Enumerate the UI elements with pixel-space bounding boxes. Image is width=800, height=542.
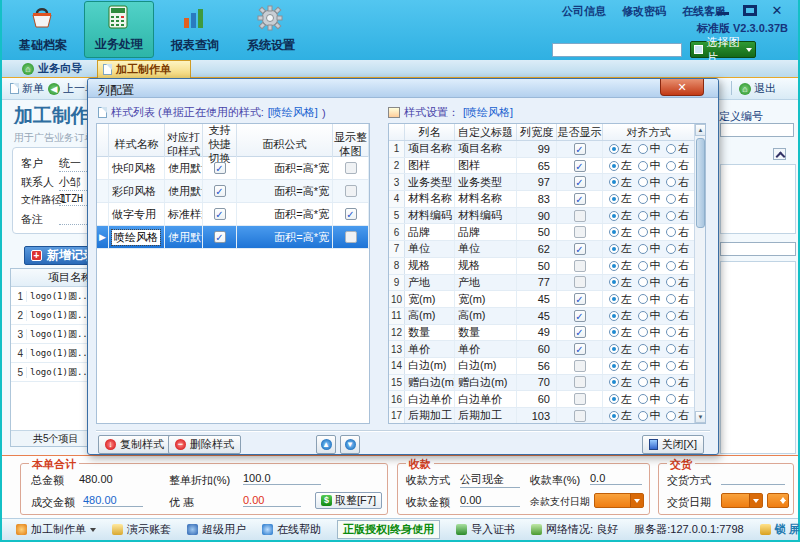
column-width-cell[interactable]: 50 [517,258,557,274]
align-radio-右[interactable]: 右 [666,191,689,206]
new-order-button[interactable]: 新单 [10,81,44,96]
whole-image-checkbox[interactable] [345,231,357,243]
align-radio-左[interactable]: 左 [609,158,632,173]
column-row[interactable]: 16白边单价白边单价60左中右 [389,391,694,408]
column-width-cell[interactable]: 90 [517,208,557,224]
align-radio-左[interactable]: 左 [609,141,632,156]
custom-title-cell[interactable]: 产地 [455,275,517,291]
scroll-up-icon[interactable]: ▲ [695,124,706,136]
nav-报表查询[interactable]: 报表查询 [160,1,230,58]
show-checkbox[interactable] [574,410,586,422]
align-radio-中[interactable]: 中 [638,308,661,323]
column-row[interactable]: 2图样图样65✓左中右 [389,158,694,175]
custom-title-cell[interactable]: 项目名称 [455,141,517,157]
align-radio-右[interactable]: 右 [666,325,689,340]
whole-image-checkbox[interactable]: ✓ [345,208,357,220]
nav-基础档案[interactable]: 基础档案 [8,1,78,58]
column-width-cell[interactable]: 45 [517,308,557,324]
custom-title-cell[interactable]: 高(m) [455,308,517,324]
delivery-date-dropdown[interactable] [721,493,763,508]
print-style-cell[interactable]: 使用默认 [165,226,203,248]
align-radio-右[interactable]: 右 [666,392,689,407]
scrollbar-thumb[interactable] [696,138,705,228]
align-radio-左[interactable]: 左 [609,241,632,256]
custom-number-input[interactable] [720,123,794,137]
column-row[interactable]: 12数量数量49✓左中右 [389,325,694,342]
align-radio-中[interactable]: 中 [638,375,661,390]
column-row[interactable]: 8规格规格50左中右 [389,258,694,275]
align-radio-右[interactable]: 右 [666,141,689,156]
column-width-cell[interactable]: 97 [517,174,557,190]
column-width-cell[interactable]: 62 [517,241,557,257]
custom-title-cell[interactable]: 品牌 [455,224,517,240]
column-row[interactable]: 17后期加工后期加工103左中右 [389,408,694,424]
align-radio-中[interactable]: 中 [638,225,661,240]
whole-image-checkbox[interactable] [345,162,357,174]
align-radio-右[interactable]: 右 [666,308,689,323]
align-radio-左[interactable]: 左 [609,358,632,373]
column-row[interactable]: 6品牌品牌50左中右 [389,224,694,241]
show-checkbox[interactable]: ✓ [574,243,586,255]
print-style-cell[interactable]: 使用默认 [165,180,203,202]
align-radio-右[interactable]: 右 [666,375,689,390]
statusbar-item[interactable]: 网络情况: 良好 [523,522,626,537]
show-checkbox[interactable] [574,226,586,238]
close-icon[interactable]: ✕ [770,5,784,16]
show-checkbox[interactable]: ✓ [574,293,586,305]
column-width-cell[interactable]: 65 [517,158,557,174]
align-radio-右[interactable]: 右 [666,208,689,223]
column-width-cell[interactable]: 56 [517,358,557,374]
sidebar-input[interactable] [720,242,796,256]
top-link[interactable]: 修改密码 [622,4,666,19]
deal-amount-field[interactable]: 480.00 [83,494,143,507]
custom-title-cell[interactable]: 白边(m) [455,358,517,374]
custom-title-cell[interactable]: 材料名称 [455,191,517,207]
quick-switch-checkbox[interactable]: ✓ [214,231,226,243]
column-row[interactable]: 11高(m)高(m)45✓左中右 [389,308,694,325]
area-formula-cell[interactable]: 面积=高*宽 [237,226,333,248]
custom-title-cell[interactable]: 业务类型 [455,174,517,190]
statusbar-item[interactable]: 服务器:127.0.0.1:7798 [626,522,751,537]
column-width-cell[interactable]: 99 [517,141,557,157]
align-radio-左[interactable]: 左 [609,375,632,390]
round-button[interactable]: $ 取整[F7] [315,492,382,509]
column-row[interactable]: 14白边(m)白边(m)56左中右 [389,358,694,375]
align-radio-左[interactable]: 左 [609,191,632,206]
quick-switch-checkbox[interactable]: ✓ [214,208,226,220]
align-radio-中[interactable]: 中 [638,292,661,307]
column-width-cell[interactable]: 103 [517,408,557,424]
align-radio-中[interactable]: 中 [638,158,661,173]
nav-系统设置[interactable]: 系统设置 [236,1,306,58]
column-row[interactable]: 9产地产地77左中右 [389,275,694,292]
statusbar-item[interactable]: 导入证书 [448,522,523,537]
align-radio-中[interactable]: 中 [638,408,661,423]
column-row[interactable]: 10宽(m)宽(m)45✓左中右 [389,291,694,308]
style-row[interactable]: 快印风格使用默认✓面积=高*宽 [97,157,369,180]
align-radio-左[interactable]: 左 [609,292,632,307]
column-width-cell[interactable]: 60 [517,391,557,407]
close-dialog-button[interactable]: 关闭[X] [642,435,704,454]
align-radio-中[interactable]: 中 [638,392,661,407]
column-row[interactable]: 7单位单位62✓左中右 [389,241,694,258]
align-radio-右[interactable]: 右 [666,225,689,240]
show-checkbox[interactable] [574,393,586,405]
align-radio-左[interactable]: 左 [609,392,632,407]
choose-image-button[interactable]: 选择图片 [690,41,756,58]
print-style-cell[interactable]: 标准样式 [165,203,203,225]
print-style-cell[interactable]: 使用默认 [165,157,203,179]
align-radio-右[interactable]: 右 [666,241,689,256]
balance-date-dropdown[interactable] [594,493,644,508]
pay-method-field[interactable]: 公司现金 [460,472,520,488]
area-formula-cell[interactable]: 面积=高*宽 [237,157,333,179]
statusbar-item[interactable]: 在线帮助 [254,522,329,537]
whole-image-checkbox[interactable] [345,185,357,197]
statusbar-item[interactable]: 正版授权|终身使用 [329,520,448,539]
column-width-cell[interactable]: 60 [517,341,557,357]
column-width-cell[interactable]: 45 [517,291,557,307]
show-checkbox[interactable] [574,360,586,372]
statusbar-item[interactable]: 加工制作单 [8,522,104,537]
custom-title-cell[interactable]: 图样 [455,158,517,174]
custom-title-cell[interactable]: 单价 [455,341,517,357]
custom-title-cell[interactable]: 宽(m) [455,291,517,307]
move-up-button[interactable]: ▲ [316,435,336,454]
